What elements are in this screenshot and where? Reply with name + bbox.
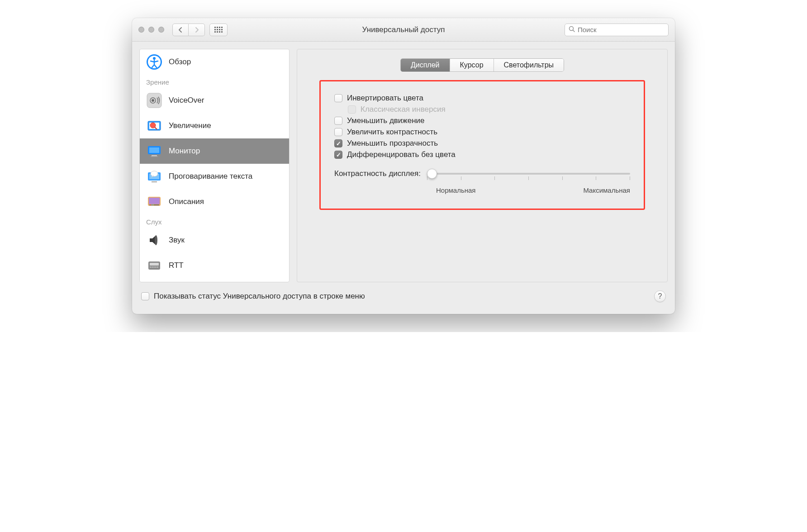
option-increase-contrast[interactable]: Увеличить контрастность xyxy=(334,128,630,137)
sidebar-item-label: Увеличение xyxy=(169,121,211,130)
contrast-slider[interactable] xyxy=(427,173,630,175)
sidebar-item-rtt[interactable]: RTT xyxy=(140,253,289,278)
sidebar-item-overview[interactable]: Обзор xyxy=(140,49,289,75)
option-label: Показывать статус Универсального доступа… xyxy=(154,292,365,301)
titlebar: Универсальный доступ xyxy=(132,18,675,42)
close-window-button[interactable] xyxy=(138,27,144,33)
forward-button[interactable] xyxy=(189,24,205,36)
option-label: Дифференцировать без цвета xyxy=(347,150,456,159)
svg-point-4 xyxy=(153,57,156,60)
sidebar-item-label: Проговаривание текста xyxy=(169,172,252,181)
checkbox[interactable] xyxy=(141,292,149,300)
option-reduce-motion[interactable]: Уменьшить движение xyxy=(334,116,630,125)
checkbox[interactable] xyxy=(334,139,342,147)
sidebar: Обзор Зрение VoiceOver Увеличение Монито… xyxy=(139,49,290,282)
svg-rect-21 xyxy=(149,198,160,204)
svg-rect-29 xyxy=(150,266,151,268)
sidebar-item-label: Описания xyxy=(169,197,204,206)
sidebar-item-label: Звук xyxy=(169,236,185,245)
main-panel: Дисплей Курсор Светофильтры Инвертироват… xyxy=(297,49,668,282)
chevron-right-icon xyxy=(195,27,199,33)
checkbox[interactable] xyxy=(334,128,342,136)
accessibility-icon xyxy=(146,54,162,70)
tabs: Дисплей Курсор Светофильтры xyxy=(400,58,564,72)
chevron-left-icon xyxy=(178,27,183,33)
option-label: Уменьшить прозрачность xyxy=(347,139,438,148)
sidebar-item-label: Обзор xyxy=(169,57,191,66)
minimize-window-button[interactable] xyxy=(148,27,154,33)
option-reduce-transparency[interactable]: Уменьшить прозрачность xyxy=(334,139,630,148)
sidebar-section-hearing: Слух xyxy=(140,214,289,228)
svg-point-25 xyxy=(153,204,154,205)
option-label: Классическая инверсия xyxy=(361,105,446,114)
svg-rect-30 xyxy=(152,266,153,268)
slider-max-label: Максимальная xyxy=(583,186,630,194)
svg-rect-13 xyxy=(149,147,159,153)
sidebar-item-display[interactable]: Монитор xyxy=(140,138,289,164)
preferences-window: Универсальный доступ Обзор Зрение VoiceO… xyxy=(132,18,675,314)
contrast-slider-block: Контрастность дисплея: Нормальная Максим… xyxy=(334,169,630,194)
checkbox[interactable] xyxy=(334,151,342,159)
search-input[interactable] xyxy=(578,26,665,33)
svg-rect-15 xyxy=(151,156,158,157)
option-label: Инвертировать цвета xyxy=(347,94,423,103)
svg-rect-32 xyxy=(155,266,157,268)
slider-label: Контрастность дисплея: xyxy=(334,169,421,178)
option-invert-colors[interactable]: Инвертировать цвета xyxy=(334,94,630,103)
option-differentiate-without-color[interactable]: Дифференцировать без цвета xyxy=(334,150,630,159)
nav-buttons xyxy=(172,24,205,36)
sidebar-item-audio[interactable]: Звук xyxy=(140,228,289,253)
voiceover-icon xyxy=(146,92,162,109)
option-show-status-menubar[interactable]: Показывать статус Универсального доступа… xyxy=(141,292,365,301)
sidebar-item-speech[interactable]: Проговаривание текста xyxy=(140,164,289,189)
search-icon xyxy=(569,26,575,33)
traffic-lights xyxy=(138,27,164,33)
slider-thumb[interactable] xyxy=(427,169,437,179)
tab-display[interactable]: Дисплей xyxy=(401,59,450,71)
option-label: Уменьшить движение xyxy=(347,116,425,125)
svg-point-23 xyxy=(150,204,151,205)
slider-min-label: Нормальная xyxy=(436,186,476,194)
svg-rect-33 xyxy=(157,266,158,268)
audio-icon xyxy=(146,232,162,248)
back-button[interactable] xyxy=(172,24,189,36)
highlighted-panel: Инвертировать цвета Классическая инверси… xyxy=(319,80,645,210)
footer: Показывать статус Универсального доступа… xyxy=(132,287,675,314)
zoom-window-button[interactable] xyxy=(158,27,164,33)
slider-ticks xyxy=(427,176,630,180)
svg-point-24 xyxy=(152,204,152,205)
display-icon xyxy=(146,143,162,159)
option-classic-invert: Классическая инверсия xyxy=(348,105,630,114)
sidebar-section-vision: Зрение xyxy=(140,75,289,88)
svg-point-19 xyxy=(151,171,158,176)
checkbox xyxy=(348,105,356,114)
svg-point-7 xyxy=(152,99,154,102)
grid-icon xyxy=(214,27,223,33)
svg-line-1 xyxy=(573,30,575,32)
tab-color-filters[interactable]: Светофильтры xyxy=(494,59,564,71)
rtt-icon xyxy=(146,257,162,274)
svg-rect-14 xyxy=(152,155,157,156)
show-all-button[interactable] xyxy=(209,24,228,36)
slider-range-labels: Нормальная Максимальная xyxy=(436,186,630,194)
svg-rect-28 xyxy=(150,263,159,266)
svg-rect-31 xyxy=(153,266,155,268)
zoom-icon xyxy=(146,118,162,134)
sidebar-item-zoom[interactable]: Увеличение xyxy=(140,113,289,138)
checkbox[interactable] xyxy=(334,117,342,125)
sidebar-item-label: VoiceOver xyxy=(169,96,204,105)
body: Обзор Зрение VoiceOver Увеличение Монито… xyxy=(132,42,675,287)
svg-point-26 xyxy=(155,235,157,245)
option-label: Увеличить контрастность xyxy=(347,128,437,137)
help-button[interactable]: ? xyxy=(654,290,666,302)
sidebar-item-descriptions[interactable]: Описания xyxy=(140,189,289,214)
speech-icon xyxy=(146,168,162,185)
sidebar-item-label: Монитор xyxy=(169,147,200,156)
sidebar-item-label: RTT xyxy=(169,261,184,270)
search-field[interactable] xyxy=(565,24,669,36)
tab-cursor[interactable]: Курсор xyxy=(450,59,494,71)
svg-rect-18 xyxy=(152,181,157,182)
descriptions-icon xyxy=(146,194,162,210)
checkbox[interactable] xyxy=(334,94,342,102)
sidebar-item-voiceover[interactable]: VoiceOver xyxy=(140,88,289,113)
